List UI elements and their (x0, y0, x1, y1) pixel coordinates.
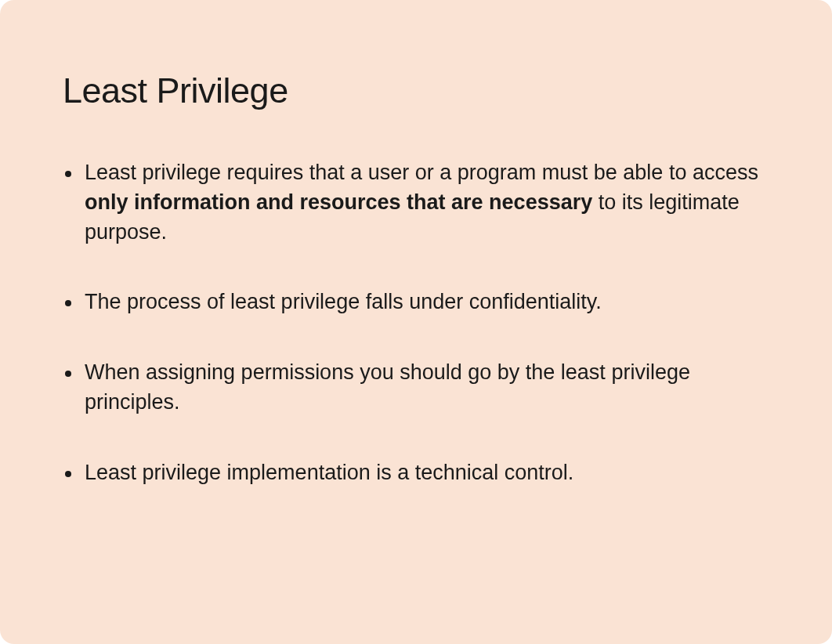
bullet-item: When assigning permissions you should go… (63, 358, 769, 418)
bullet-list: Least privilege requires that a user or … (63, 158, 769, 488)
bullet-text-bold: only information and resources that are … (85, 190, 592, 214)
bullet-text-pre: The process of least privilege falls und… (85, 290, 602, 313)
bullet-item: The process of least privilege falls und… (63, 288, 769, 317)
slide-title: Least Privilege (63, 71, 769, 111)
bullet-text-pre: Least privilege implementation is a tech… (85, 461, 573, 484)
bullet-text-pre: When assigning permissions you should go… (85, 360, 690, 414)
bullet-item: Least privilege implementation is a tech… (63, 458, 769, 488)
slide: Least Privilege Least privilege requires… (0, 0, 832, 644)
bullet-text-pre: Least privilege requires that a user or … (85, 161, 758, 184)
bullet-item: Least privilege requires that a user or … (63, 158, 769, 247)
